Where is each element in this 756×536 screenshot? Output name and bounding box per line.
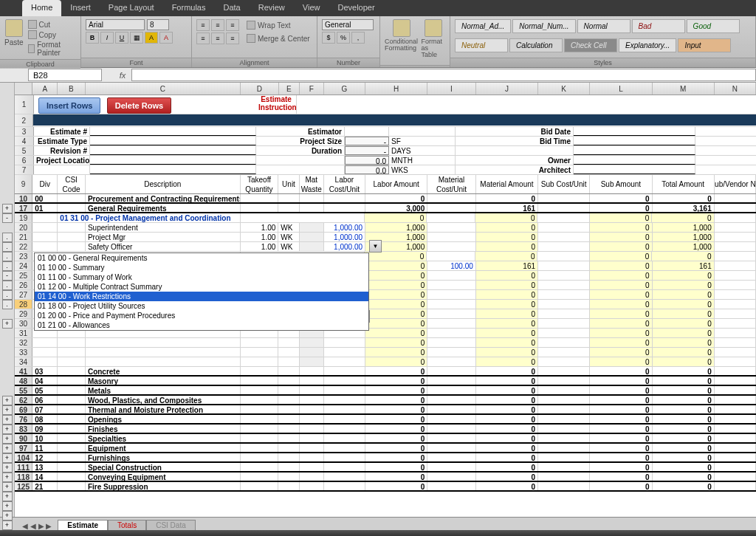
select-all-corner[interactable]	[15, 83, 32, 95]
align-br[interactable]: ≡	[226, 32, 239, 44]
underline-button[interactable]: U	[115, 32, 128, 44]
cut-button[interactable]: Cut	[27, 19, 76, 30]
conditional-formatting-button[interactable]: Conditional Formatting	[385, 19, 419, 52]
col-header-C[interactable]: C	[86, 83, 241, 95]
dropdown-item[interactable]: 01 00 00 - General Requirements	[35, 253, 368, 263]
col-header-B[interactable]: B	[58, 83, 85, 95]
outline-toggle[interactable]: .	[2, 242, 13, 252]
cell-style-5[interactable]: Neutral	[455, 38, 508, 52]
comma-button[interactable]: ,	[351, 32, 365, 44]
align-bc[interactable]: ≡	[211, 32, 224, 44]
name-box[interactable]	[28, 69, 102, 81]
tab-developer[interactable]: Developer	[329, 0, 383, 16]
cell-style-9[interactable]: Input	[678, 38, 731, 52]
outline-toggle[interactable]: +	[2, 473, 13, 482]
outline-toggle[interactable]: .	[2, 233, 13, 242]
delete-rows-button[interactable]: Delete Rows	[107, 97, 171, 114]
tab-view[interactable]: View	[294, 0, 329, 16]
tab-formulas[interactable]: Formulas	[163, 0, 215, 16]
outline-toggle[interactable]: -	[2, 271, 13, 281]
col-header-D[interactable]: D	[241, 83, 279, 95]
merge-button[interactable]: Merge & Center	[245, 32, 312, 44]
col-header-J[interactable]: J	[476, 83, 538, 95]
cell-dropdown-arrow[interactable]: ▼	[369, 240, 382, 252]
outline-toggle[interactable]: +	[2, 396, 13, 405]
sheet-tab-totals[interactable]: Totals	[108, 520, 146, 530]
tab-review[interactable]: Review	[250, 0, 294, 16]
dropdown-item[interactable]: 01 11 00 - Summary of Work	[35, 272, 368, 282]
outline-toggle[interactable]: +	[2, 501, 13, 511]
col-header-I[interactable]: I	[427, 83, 476, 95]
font-color-button[interactable]: A	[159, 32, 173, 44]
align-tl[interactable]: ≡	[196, 19, 210, 31]
col-header-G[interactable]: G	[324, 83, 365, 95]
cell-style-0[interactable]: Normal_Ad...	[455, 19, 511, 33]
cell-style-2[interactable]: Normal	[577, 19, 630, 33]
project-title[interactable]	[33, 114, 756, 126]
outline-toggle[interactable]: +	[2, 425, 13, 434]
outline-toggle[interactable]: .	[2, 290, 13, 300]
col-header-A[interactable]: A	[32, 83, 58, 95]
dropdown-item[interactable]: 01 10 00 - Summary	[35, 263, 368, 272]
col-header-E[interactable]: E	[279, 83, 300, 95]
insert-rows-button[interactable]: Insert Rows	[38, 97, 100, 114]
outline-toggle[interactable]: +	[2, 492, 13, 501]
outline-toggle[interactable]: +	[2, 434, 13, 444]
italic-button[interactable]: I	[100, 32, 114, 44]
outline-toggle[interactable]: +	[2, 511, 13, 520]
dropdown-item[interactable]: 01 12 00 - Multiple Contract Summary	[35, 282, 368, 292]
outline-toggle[interactable]: .	[2, 261, 13, 271]
cell-style-1[interactable]: Normal_Num...	[512, 19, 575, 33]
outline-toggle[interactable]: +	[2, 482, 13, 492]
tab-pagelayout[interactable]: Page Layout	[100, 0, 163, 16]
copy-button[interactable]: Copy	[27, 30, 76, 40]
font-name-combo[interactable]	[86, 19, 145, 30]
cell-style-6[interactable]: Calculation	[509, 38, 563, 52]
col-header-M[interactable]: M	[653, 83, 715, 95]
spreadsheet-grid[interactable]: ABCDEFGHIJKLMN 1Insert Rows Delete RowsE…	[15, 83, 756, 517]
tab-insert[interactable]: Insert	[61, 0, 100, 16]
outline-toggle[interactable]: +	[2, 204, 13, 213]
outline-toggle[interactable]: .	[2, 252, 13, 261]
format-as-table-button[interactable]: Format as Table	[422, 19, 445, 58]
percent-button[interactable]: %	[337, 32, 350, 44]
bold-button[interactable]: B	[86, 32, 99, 44]
align-tr[interactable]: ≡	[226, 19, 239, 31]
outline-toggle[interactable]: +	[2, 444, 13, 453]
sheet-tab-estimate[interactable]: Estimate	[58, 520, 108, 530]
outline-toggle[interactable]: +	[2, 453, 13, 463]
dropdown-item[interactable]: 01 20 00 - Price and Payment Procedures	[35, 311, 368, 320]
outline-toggle[interactable]: +	[2, 405, 13, 415]
col-header-K[interactable]: K	[538, 83, 590, 95]
outline-toggle[interactable]: .	[2, 300, 13, 309]
fill-color-button[interactable]: A	[145, 32, 158, 44]
outline-toggle[interactable]: +	[2, 520, 13, 530]
outline-toggle[interactable]: +	[2, 415, 13, 425]
cell-style-3[interactable]: Bad	[632, 19, 685, 33]
estimate-instructions-link[interactable]: EstimateInstructions	[256, 95, 297, 114]
align-bl[interactable]: ≡	[196, 32, 210, 44]
dropdown-item[interactable]: 01 14 00 - Work Restrictions	[35, 292, 368, 301]
col-header-N[interactable]: N	[715, 83, 756, 95]
border-button[interactable]: ▦	[130, 32, 143, 44]
outline-toggle[interactable]: -	[2, 213, 13, 223]
format-painter-button[interactable]: Format Painter	[27, 40, 76, 58]
wrap-text-button[interactable]: Wrap Text	[245, 19, 292, 31]
font-size-combo[interactable]	[147, 19, 169, 30]
outline-toggle[interactable]: .	[2, 281, 13, 290]
paste-button[interactable]: Paste	[4, 19, 24, 47]
outline-toggle[interactable]: +	[2, 319, 13, 329]
outline-toggle[interactable]: +	[2, 463, 13, 473]
tab-home[interactable]: Home	[22, 0, 61, 16]
cell-style-7[interactable]: Check Cell	[564, 38, 617, 52]
align-tc[interactable]: ≡	[211, 19, 224, 31]
tab-data[interactable]: Data	[214, 0, 249, 16]
number-format-combo[interactable]	[322, 19, 374, 30]
fx-icon[interactable]: fx	[117, 71, 128, 80]
dropdown-item[interactable]: 01 21 00 - Allowances	[35, 320, 368, 330]
cell-style-8[interactable]: Explanatory...	[619, 38, 676, 52]
currency-button[interactable]: $	[322, 32, 335, 44]
cell-dropdown-list[interactable]: 01 00 00 - General Requirements01 10 00 …	[34, 252, 369, 331]
formula-bar[interactable]	[131, 69, 756, 81]
col-header-L[interactable]: L	[590, 83, 652, 95]
